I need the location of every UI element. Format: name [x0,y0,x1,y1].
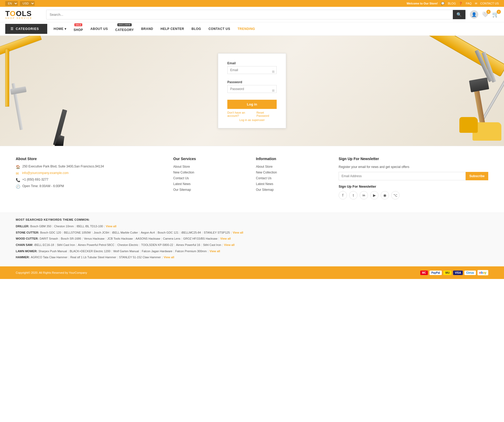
lm-item-5[interactable]: Falcon Premium 300mm [175,249,207,254]
nav-item-category[interactable]: EXCLUSIVE CATEGORY [112,22,138,35]
wc-item-1[interactable]: DARIT Smash [40,236,58,241]
email-text[interactable]: info@yourcompany.example.com [22,171,69,175]
driller-item-1[interactable]: Bosch GBM 350 [30,224,51,229]
sc-item-8[interactable]: STANLEY STSP125 [204,230,230,235]
nav-link-trending[interactable]: TRENDING [234,23,259,34]
nav-link-blog[interactable]: BLOG [188,23,205,34]
info-item-1[interactable]: About Store [256,165,331,168]
sc-item-5[interactable]: Aegon Ac4 [141,230,155,235]
info-link-3[interactable]: Contact Us [256,176,271,180]
twitter-icon[interactable]: t [349,191,358,199]
service-link-1[interactable]: About Store [173,165,190,168]
wishlist-icon[interactable]: 🤍 5 [482,11,489,18]
youtube-icon[interactable]: ▶ [370,191,379,199]
cs-item-4[interactable]: Cheston Electric [117,242,138,247]
cart-icon[interactable]: 🛒 0 [492,11,499,18]
password-input[interactable] [227,85,277,93]
service-link-3[interactable]: Contact Us [173,176,189,180]
nav-item-trending[interactable]: TRENDING [234,23,259,34]
hm-item-1[interactable]: AGRICO Tata Claw Hammer [31,255,67,260]
info-link-2[interactable]: New Collection [256,171,277,174]
lm-item-2[interactable]: BLACK+DECKER Electric 1200 [70,249,111,254]
hm-item-3[interactable]: STANLEY 51-152 Claw Hammer [119,255,161,260]
cs-viewall[interactable]: View all [224,242,234,247]
nav-item-shop[interactable]: SALE SHOP [70,22,87,35]
no-account-link[interactable]: Don't have an account? [227,111,256,117]
driller-item-3[interactable]: IBELL IBL TD13-100 [77,224,103,229]
lm-item-3[interactable]: Wolf Garten Manual [113,249,139,254]
lm-viewall[interactable]: View all [209,249,220,254]
nav-item-help[interactable]: HELP CENTER [157,23,188,34]
sc-item-6[interactable]: Bosch GDC 121 [158,230,178,235]
nav-link-about[interactable]: ABOUT US [87,23,112,34]
cs-item-1[interactable]: iBELL EC16-18 [34,242,54,247]
service-item-4[interactable]: Latest News [173,182,248,186]
service-item-5[interactable]: Our Sitemap [173,188,248,192]
info-link-4[interactable]: Latest News [256,182,273,186]
info-link-5[interactable]: Our Sitemap [256,188,274,192]
wc-item-2[interactable]: Bosch SR-1686 [61,236,81,241]
nav-item-home[interactable]: HOME ▾ [50,23,70,34]
service-item-1[interactable]: About Store [173,165,248,168]
lm-item-4[interactable]: Falcon Jagan Hardware [142,249,172,254]
service-link-2[interactable]: New Collection [173,171,194,174]
email-input[interactable] [227,66,277,74]
sc-item-1[interactable]: Bosch GDC 120 [40,230,61,235]
instagram-icon[interactable]: ◉ [381,191,389,199]
nav-item-brand[interactable]: BRAND [138,23,157,34]
wc-item-6[interactable]: Camera Lens [163,236,180,241]
cs-item-3[interactable]: Aimex Powerful Petrol 58CC [78,242,114,247]
info-item-5[interactable]: Our Sitemap [256,188,331,192]
cs-item-6[interactable]: Aimex Powerful 16 [176,242,200,247]
service-item-3[interactable]: Contact Us [173,176,248,180]
cs-item-5[interactable]: TOOLSDEN KP-5800-22 [141,242,173,247]
wc-item-4[interactable]: JCB Tools Hacksaw [107,236,133,241]
driller-viewall[interactable]: View all [106,224,116,229]
nav-link-brand[interactable]: BRAND [138,23,157,34]
reset-password-link[interactable]: Reset Password [256,111,277,117]
nav-link-contact[interactable]: CONTACT US [205,23,234,34]
newsletter-input[interactable] [339,172,466,180]
facebook-icon[interactable]: f [339,191,347,199]
info-item-2[interactable]: New Collection [256,170,331,174]
subscribe-button[interactable]: Subscribe [466,172,488,180]
language-selector[interactable]: EN [5,1,18,6]
faq-link[interactable]: FAQ [466,2,471,5]
linkedin-icon[interactable]: in [360,191,368,199]
github-icon[interactable]: ⌥ [391,191,400,199]
service-link-4[interactable]: Latest News [173,182,191,186]
sc-viewall[interactable]: View all [233,230,243,235]
nav-item-blog[interactable]: BLOG [188,23,205,34]
info-item-4[interactable]: Latest News [256,182,331,186]
wc-item-7[interactable]: GROZ HF/15/BS Hacksaw [183,236,217,241]
wc-item-5[interactable]: AASONS Hacksaw [136,236,160,241]
sc-item-7[interactable]: iBELLMC25-84 [181,230,201,235]
service-link-5[interactable]: Our Sitemap [173,188,191,192]
logo[interactable]: TOOLS SHOP SERVICE [5,9,42,19]
superuser-link[interactable]: Log in as superuser [239,118,265,122]
nav-item-about[interactable]: ABOUT US [87,23,112,34]
cs-item-2[interactable]: Stihl Cast Iron [57,242,75,247]
info-link-1[interactable]: About Store [256,165,272,168]
driller-item-2[interactable]: Cheston 10mm [54,224,74,229]
currency-selector[interactable]: USD [20,1,35,6]
contact-link[interactable]: CONTACT US [480,2,499,5]
sc-item-4[interactable]: iBELL Marble Cutter [112,230,138,235]
wc-item-3[interactable]: Venus Hacksaw [84,236,104,241]
search-button[interactable]: 🔍 [453,10,465,19]
nav-link-home[interactable]: HOME ▾ [50,23,70,34]
categories-button[interactable]: ☰ CATEGORIES [5,24,47,34]
nav-link-help[interactable]: HELP CENTER [157,23,188,34]
lm-item-1[interactable]: Sharpex Push Manual [38,249,67,254]
hm-item-2[interactable]: Real stf 1 Lb Tubular Steel Hammer [70,255,116,260]
avatar[interactable]: 👤 [470,10,478,19]
service-item-2[interactable]: New Collection [173,170,248,174]
sc-item-2[interactable]: BELLSTONE 1050W [64,230,91,235]
wc-viewall[interactable]: View all [220,236,231,241]
nav-item-contact[interactable]: CONTACT US [205,23,234,34]
search-input[interactable] [46,10,453,19]
login-button[interactable]: Log in [227,100,277,109]
sc-item-3[interactable]: Josch JC6H [94,230,109,235]
info-item-3[interactable]: Contact Us [256,176,331,180]
cs-item-7[interactable]: Stihl Cast Iron [203,242,221,247]
